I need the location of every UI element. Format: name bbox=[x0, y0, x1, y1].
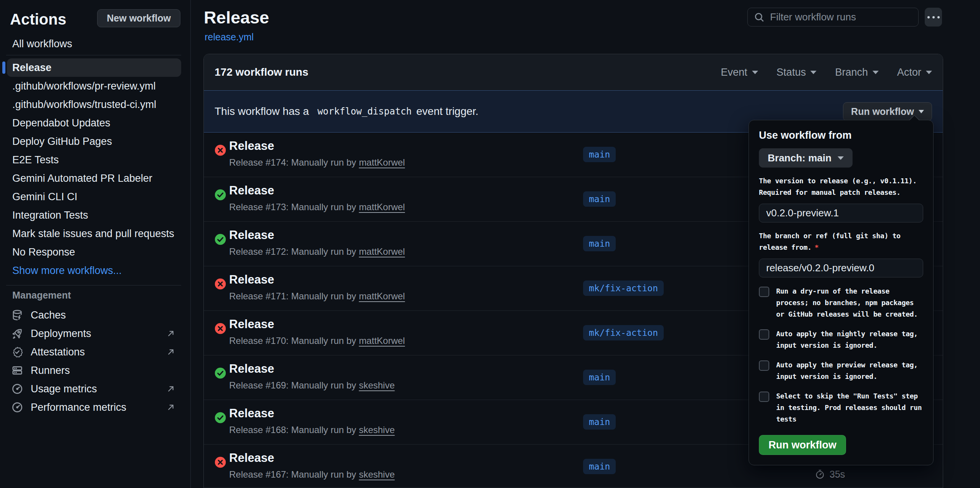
run-title[interactable]: Release bbox=[229, 139, 274, 153]
sidebar-item-deploy-github-pages[interactable]: Deploy GitHub Pages bbox=[0, 132, 190, 151]
rocket-icon bbox=[12, 328, 23, 339]
failure-icon bbox=[215, 456, 226, 468]
sidebar-item-all-workflows[interactable]: All workflows bbox=[6, 35, 181, 53]
branch-badge[interactable]: main bbox=[583, 370, 616, 385]
sidebar-item-trusted-ci[interactable]: .github/workflows/trusted-ci.yml bbox=[0, 95, 190, 114]
run-description: Release #173: Manually run bymattKorwel bbox=[229, 202, 405, 212]
page-title: Release bbox=[204, 8, 269, 28]
branch-badge[interactable]: main bbox=[583, 147, 616, 162]
run-description: Release #172: Manually run bymattKorwel bbox=[229, 246, 405, 257]
sidebar-item-integration-tests[interactable]: Integration Tests bbox=[0, 206, 190, 224]
run-description: Release #170: Manually run bymattKorwel bbox=[229, 335, 405, 346]
sidebar-item-attestations[interactable]: Attestations bbox=[0, 343, 190, 361]
run-title[interactable]: Release bbox=[229, 228, 274, 242]
server-icon bbox=[12, 365, 23, 376]
stopwatch-icon bbox=[815, 469, 825, 479]
version-input-description: The version to release (e.g., v0.1.11). … bbox=[759, 175, 923, 198]
run-title[interactable]: Release bbox=[229, 362, 274, 376]
sidebar-item-label: Deployments bbox=[31, 328, 91, 340]
sidebar-item-release[interactable]: Release bbox=[7, 58, 181, 77]
run-description: Release #169: Manually run byskeshive bbox=[229, 380, 395, 391]
failure-icon bbox=[215, 323, 226, 334]
kebab-icon bbox=[927, 16, 940, 18]
actor-link[interactable]: mattKorwel bbox=[359, 202, 405, 212]
filter-workflow-runs-input[interactable] bbox=[770, 11, 912, 23]
filter-status-dropdown[interactable]: Status bbox=[777, 66, 817, 78]
actor-link[interactable]: skeshive bbox=[359, 469, 395, 480]
sidebar-item-gemini-pr-labeler[interactable]: Gemini Automated PR Labeler bbox=[0, 169, 190, 188]
sidebar-divider bbox=[6, 55, 181, 55]
skip-tests-checkbox[interactable] bbox=[759, 392, 769, 402]
required-asterisk: * bbox=[815, 243, 819, 251]
filter-branch-dropdown[interactable]: Branch bbox=[835, 66, 879, 78]
sidebar-item-runners[interactable]: Runners bbox=[0, 361, 190, 380]
actor-link[interactable]: mattKorwel bbox=[359, 291, 405, 301]
meter-icon bbox=[12, 402, 23, 413]
new-workflow-button[interactable]: New workflow bbox=[97, 9, 180, 27]
sidebar-item-no-response[interactable]: No Response bbox=[0, 243, 190, 261]
chevron-down-icon bbox=[752, 71, 758, 74]
sidebar-item-gemini-cli-ci[interactable]: Gemini CLI CI bbox=[0, 188, 190, 206]
run-title[interactable]: Release bbox=[229, 407, 274, 420]
chevron-down-icon bbox=[926, 71, 932, 74]
branch-badge[interactable]: main bbox=[583, 414, 616, 430]
run-count: 172 workflow runs bbox=[215, 66, 308, 78]
actor-link[interactable]: skeshive bbox=[359, 380, 395, 390]
external-link-icon bbox=[166, 329, 176, 339]
branch-selector-button[interactable]: Branch: main bbox=[759, 148, 853, 168]
sidebar-item-pr-review[interactable]: .github/workflows/pr-review.yml bbox=[0, 77, 190, 95]
run-description: Release #174: Manually run bymattKorwel bbox=[229, 157, 405, 168]
run-workflow-submit-button[interactable]: Run workflow bbox=[759, 435, 846, 455]
filter-workflow-runs-box bbox=[747, 8, 919, 27]
run-description: Release #167: Manually run byskeshive bbox=[229, 469, 395, 480]
sidebar-item-label: Performance metrics bbox=[31, 402, 126, 413]
sidebar-item-dependabot-updates[interactable]: Dependabot Updates bbox=[0, 114, 190, 132]
actor-link[interactable]: mattKorwel bbox=[359, 335, 405, 346]
actions-sidebar: Actions New workflow All workflows Relea… bbox=[0, 0, 191, 488]
sidebar-item-label: Attestations bbox=[31, 346, 85, 358]
ref-input[interactable] bbox=[759, 259, 923, 277]
nightly-tag-checkbox-row: Auto apply the nightly release tag, inpu… bbox=[759, 328, 923, 351]
workflow-file-link[interactable]: release.yml bbox=[205, 32, 254, 43]
nightly-tag-checkbox[interactable] bbox=[759, 329, 769, 340]
branch-badge[interactable]: main bbox=[583, 236, 616, 251]
filter-actor-dropdown[interactable]: Actor bbox=[897, 66, 932, 78]
actor-link[interactable]: mattKorwel bbox=[359, 246, 405, 257]
run-workflow-dialog: Use workflow from Branch: main The versi… bbox=[749, 120, 934, 465]
ref-input-description: The branch or ref (full git sha) to rele… bbox=[759, 230, 923, 253]
failure-icon bbox=[215, 278, 226, 290]
sidebar-item-performance-metrics[interactable]: Performance metrics bbox=[0, 398, 190, 417]
actor-link[interactable]: mattKorwel bbox=[359, 157, 405, 168]
sidebar-item-mark-stale[interactable]: Mark stale issues and pull requests bbox=[0, 224, 190, 243]
run-title[interactable]: Release bbox=[229, 317, 274, 331]
sidebar-item-deployments[interactable]: Deployments bbox=[0, 324, 190, 343]
sidebar-item-e2e-tests[interactable]: E2E Tests bbox=[0, 151, 190, 169]
sidebar-item-usage-metrics[interactable]: Usage metrics bbox=[0, 380, 190, 398]
dialog-heading: Use workflow from bbox=[759, 129, 923, 141]
version-input[interactable] bbox=[759, 204, 923, 222]
run-title[interactable]: Release bbox=[229, 273, 274, 287]
branch-badge[interactable]: main bbox=[583, 191, 616, 207]
run-description: Release #171: Manually run bymattKorwel bbox=[229, 291, 405, 302]
branch-badge[interactable]: mk/fix-action bbox=[583, 281, 664, 296]
dry-run-checkbox-row: Run a dry-run of the release process; no… bbox=[759, 285, 923, 320]
chevron-down-icon bbox=[919, 110, 924, 113]
run-title[interactable]: Release bbox=[229, 184, 274, 198]
success-icon bbox=[215, 234, 226, 245]
filter-event-dropdown[interactable]: Event bbox=[721, 66, 758, 78]
workflow-options-kebab-button[interactable] bbox=[925, 8, 942, 27]
management-section-label: Management bbox=[12, 290, 71, 301]
preview-tag-checkbox[interactable] bbox=[759, 360, 769, 371]
verified-icon bbox=[12, 346, 23, 358]
branch-badge[interactable]: main bbox=[583, 459, 616, 474]
run-title[interactable]: Release bbox=[229, 451, 274, 465]
dry-run-checkbox[interactable] bbox=[759, 287, 769, 297]
preview-tag-checkbox-row: Auto apply the preview release tag, inpu… bbox=[759, 359, 923, 382]
skip-tests-checkbox-row: Select to skip the "Run Tests" step in t… bbox=[759, 390, 923, 425]
success-icon bbox=[215, 367, 226, 379]
sidebar-item-label: Caches bbox=[31, 309, 66, 321]
show-more-workflows-link[interactable]: Show more workflows... bbox=[0, 261, 190, 280]
branch-badge[interactable]: mk/fix-action bbox=[583, 325, 664, 340]
actor-link[interactable]: skeshive bbox=[359, 425, 395, 435]
sidebar-item-caches[interactable]: Caches bbox=[0, 306, 190, 324]
